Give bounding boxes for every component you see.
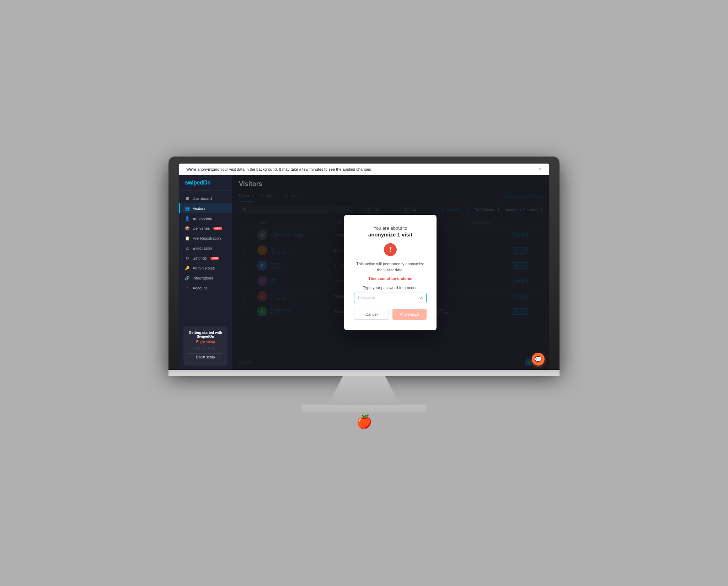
sidebar-item-label: Employees	[193, 216, 212, 220]
monitor-base-top	[168, 370, 560, 376]
sidebar-item-label: Deliveries	[193, 226, 210, 230]
sidebar-nav: ⊞ Dashboard 👥 Visitors 👤 Employees �	[179, 191, 232, 322]
sidebar-item-admin-roles[interactable]: 🔑 Admin Roles	[179, 263, 232, 273]
box-icon: 📦	[185, 226, 190, 231]
modal-overlay: You are about to anonymize 1 visit ! Thi…	[232, 175, 549, 370]
begin-setup-button[interactable]: Begin setup	[188, 353, 223, 361]
sidebar-item-label: Admin Roles	[193, 266, 215, 270]
modal-warning-text: This cannot be undone.	[354, 276, 427, 281]
main-content: Visitors Visitors Timeline Archive Help …	[232, 175, 549, 370]
setup-dots	[188, 347, 223, 350]
setup-dot	[213, 347, 216, 350]
modal-actions: Cancel Anonymize	[354, 309, 427, 320]
cancel-button[interactable]: Cancel	[354, 309, 389, 320]
notification-bar: We're anonymizing your visit data in the…	[179, 164, 549, 175]
sidebar-item-employees[interactable]: 👤 Employees	[179, 213, 232, 223]
settings-badge: NEW	[210, 257, 219, 260]
modal-password-label: Type your password to proceed	[354, 286, 427, 290]
key-icon: 🔑	[185, 266, 190, 271]
sidebar-item-label: Evacuation	[193, 246, 212, 250]
monitor-stand	[328, 376, 400, 405]
monitor-foot	[302, 405, 426, 412]
sidebar-item-settings[interactable]: ⚙ Settings NEW	[179, 253, 232, 263]
sidebar-item-visitors[interactable]: 👥 Visitors	[179, 203, 232, 213]
sidebar-item-account[interactable]: ○ Account	[179, 283, 232, 293]
setup-dot	[208, 347, 212, 350]
link-icon: 🔗	[185, 276, 190, 281]
chat-bubble[interactable]: 💬	[532, 353, 545, 366]
notification-close[interactable]: ×	[539, 166, 542, 172]
alert-icon: ⚠	[185, 246, 190, 251]
logo-text1: swiped	[185, 180, 203, 186]
sidebar-item-dashboard[interactable]: ⊞ Dashboard	[179, 193, 232, 203]
person-icon: 👤	[185, 216, 190, 221]
apple-logo: 🍎	[168, 415, 560, 428]
getting-started-box: Getting started with SwipedOn Begin setu…	[183, 326, 228, 366]
sidebar-item-label: Pre-Registration	[193, 236, 221, 240]
getting-started-title: Getting started with SwipedOn	[188, 331, 223, 339]
sidebar-item-evacuation[interactable]: ⚠ Evacuation	[179, 243, 232, 253]
modal-title-action: anonymize 1 visit	[354, 231, 427, 238]
warning-icon: !	[384, 243, 397, 256]
begin-setup-link[interactable]: Begin setup	[188, 340, 223, 344]
sidebar-item-label: Dashboard	[193, 196, 212, 201]
modal-description: This action will permanently anonymize t…	[354, 261, 427, 273]
sidebar-item-label: Account	[193, 286, 207, 290]
sidebar-item-label: Visitors	[193, 206, 205, 211]
sidebar-item-deliveries[interactable]: 📦 Deliveries NEW	[179, 223, 232, 233]
notification-text: We're anonymizing your visit data in the…	[186, 167, 371, 171]
sidebar-item-label: Integrations	[193, 276, 213, 280]
sidebar: swipedOn ⊞ Dashboard 👥 Visitors	[179, 175, 232, 370]
gear-icon: ⚙	[185, 256, 190, 261]
modal-title-pre: You are about to	[354, 225, 427, 231]
sidebar-item-label: Settings	[193, 256, 207, 260]
setup-dot	[194, 347, 198, 350]
password-input-wrap: 👁	[354, 293, 427, 303]
users-icon: 👥	[185, 206, 190, 211]
setup-dot	[199, 347, 203, 350]
setup-dot	[204, 347, 207, 350]
confirm-anonymize-button[interactable]: Anonymize	[392, 309, 427, 320]
sidebar-item-integrations[interactable]: 🔗 Integrations	[179, 273, 232, 283]
password-input[interactable]	[354, 293, 427, 303]
clipboard-icon: 📋	[185, 236, 190, 241]
sidebar-item-preregistration[interactable]: 📋 Pre-Registration	[179, 233, 232, 243]
eye-icon[interactable]: 👁	[419, 295, 424, 300]
logo: swipedOn	[179, 175, 232, 191]
grid-icon: ⊞	[185, 196, 190, 201]
deliveries-badge: NEW	[213, 227, 222, 230]
modal: You are about to anonymize 1 visit ! Thi…	[344, 215, 437, 330]
user-circle-icon: ○	[185, 286, 190, 291]
logo-text2: On	[203, 180, 210, 186]
